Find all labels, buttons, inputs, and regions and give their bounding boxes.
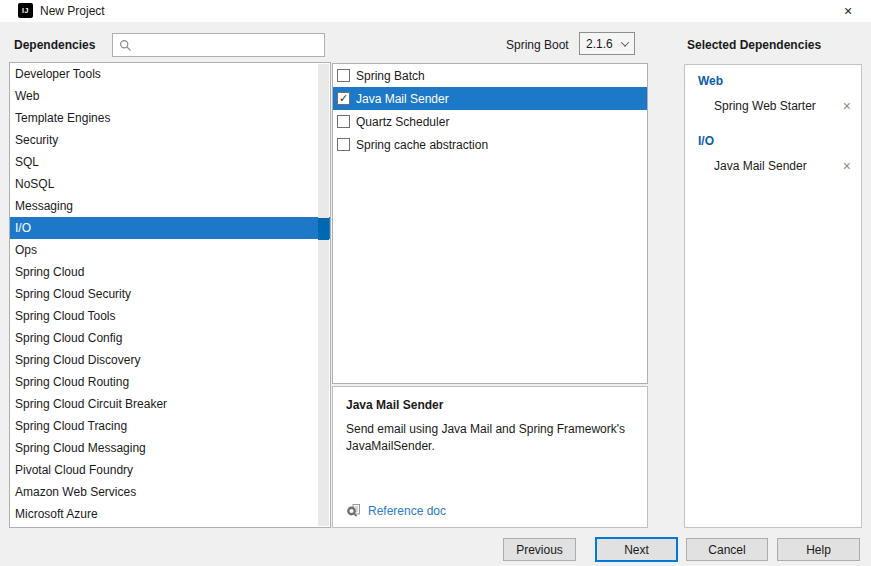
category-item[interactable]: Spring Cloud Tracing <box>10 415 330 437</box>
category-scrollbar[interactable] <box>318 64 329 526</box>
category-item[interactable]: Spring Cloud Circuit Breaker <box>10 393 330 415</box>
dependency-label: Java Mail Sender <box>356 92 449 106</box>
description-body: Send email using Java Mail and Spring Fr… <box>346 421 634 455</box>
category-item[interactable]: I/O <box>10 217 330 239</box>
previous-button[interactable]: Previous <box>503 538 576 561</box>
category-item[interactable]: Spring Cloud Discovery <box>10 349 330 371</box>
reference-doc-icon <box>346 503 361 518</box>
chevron-down-icon <box>621 38 629 46</box>
selected-dependency-label: Java Mail Sender <box>714 159 807 173</box>
category-item[interactable]: Developer Tools <box>10 63 330 85</box>
intellij-logo-icon: IJ <box>18 3 33 18</box>
dependency-checkbox[interactable]: ✓ <box>337 115 350 128</box>
dependency-label: Quartz Scheduler <box>356 115 449 129</box>
dependency-checkbox[interactable]: ✓ <box>337 69 350 82</box>
category-item[interactable]: NoSQL <box>10 173 330 195</box>
title-bar: IJ New Project × <box>0 0 871 22</box>
category-item[interactable]: Spring Cloud <box>10 261 330 283</box>
selected-dependency-row: Java Mail Sender× <box>714 159 851 173</box>
dependency-item[interactable]: ✓Quartz Scheduler <box>333 110 647 133</box>
window-title: New Project <box>40 4 105 18</box>
selected-dependency-row: Spring Web Starter× <box>714 99 851 113</box>
spring-boot-version-select[interactable]: 2.1.6 <box>579 32 635 55</box>
category-item[interactable]: Spring Cloud Routing <box>10 371 330 393</box>
description-title: Java Mail Sender <box>346 398 634 412</box>
selected-dependency-label: Spring Web Starter <box>714 99 816 113</box>
category-list: Developer ToolsWebTemplate EnginesSecuri… <box>9 62 331 528</box>
category-item[interactable]: Template Engines <box>10 107 330 129</box>
category-item[interactable]: Spring Cloud Tools <box>10 305 330 327</box>
category-item[interactable]: Spring Cloud Config <box>10 327 330 349</box>
dependency-label: Spring cache abstraction <box>356 138 488 152</box>
category-item[interactable]: Microsoft Azure <box>10 503 330 525</box>
category-item[interactable]: Pivotal Cloud Foundry <box>10 459 330 481</box>
next-button[interactable]: Next <box>595 537 678 562</box>
category-item[interactable]: Security <box>10 129 330 151</box>
dependency-label: Spring Batch <box>356 69 425 83</box>
selected-group-header: Web <box>698 74 861 88</box>
dependency-checkbox[interactable]: ✓ <box>337 92 350 105</box>
dependency-item[interactable]: ✓Spring Batch <box>333 64 647 87</box>
dependencies-label: Dependencies <box>14 38 95 52</box>
category-item[interactable]: Web <box>10 85 330 107</box>
search-icon <box>119 39 132 52</box>
spring-boot-version-value: 2.1.6 <box>586 37 613 51</box>
dependency-search[interactable] <box>112 33 325 57</box>
help-button[interactable]: Help <box>777 538 860 561</box>
category-rows: Developer ToolsWebTemplate EnginesSecuri… <box>10 63 330 525</box>
check-icon: ✓ <box>339 93 348 104</box>
category-scrollbar-selection <box>318 218 329 240</box>
selected-dependencies-label: Selected Dependencies <box>687 38 821 52</box>
selected-group-header: I/O <box>698 134 861 148</box>
remove-dependency-icon[interactable]: × <box>843 159 851 173</box>
selected-dependencies-panel: WebSpring Web Starter×I/OJava Mail Sende… <box>684 64 862 528</box>
close-icon[interactable]: × <box>831 0 865 21</box>
search-input[interactable] <box>137 35 324 55</box>
spring-boot-label: Spring Boot <box>506 38 569 52</box>
category-item[interactable]: Spring Cloud Messaging <box>10 437 330 459</box>
cancel-button[interactable]: Cancel <box>686 538 768 561</box>
dependency-list: ✓Spring Batch✓Java Mail Sender✓Quartz Sc… <box>332 63 648 384</box>
dependency-checkbox[interactable]: ✓ <box>337 138 350 151</box>
reference-doc-link[interactable]: Reference doc <box>368 504 446 518</box>
dependency-description: Java Mail Sender Send email using Java M… <box>332 386 648 528</box>
category-item[interactable]: Ops <box>10 239 330 261</box>
dependency-item[interactable]: ✓Java Mail Sender <box>333 87 647 110</box>
dependency-item[interactable]: ✓Spring cache abstraction <box>333 133 647 156</box>
category-item[interactable]: SQL <box>10 151 330 173</box>
remove-dependency-icon[interactable]: × <box>843 99 851 113</box>
category-item[interactable]: Messaging <box>10 195 330 217</box>
category-item[interactable]: Spring Cloud Security <box>10 283 330 305</box>
category-item[interactable]: Amazon Web Services <box>10 481 330 503</box>
